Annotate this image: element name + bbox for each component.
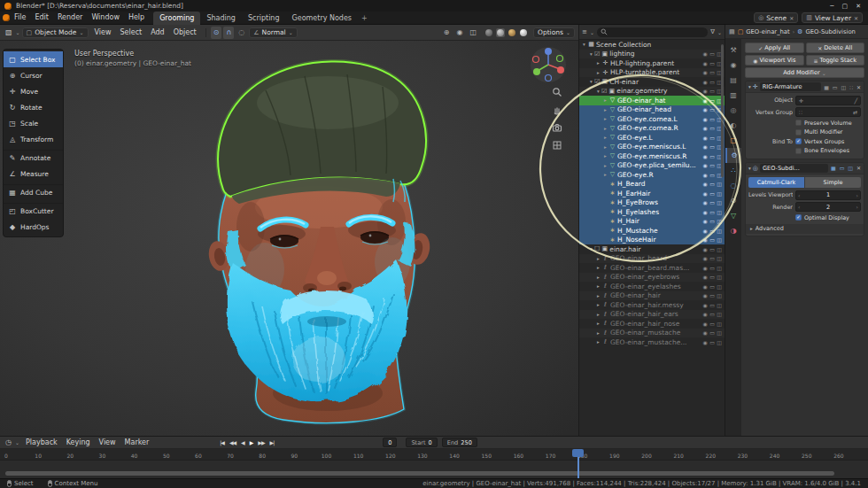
expand-icon[interactable]: ▾ bbox=[581, 42, 587, 47]
toggle-screen-icon[interactable]: ▭ bbox=[709, 199, 715, 205]
toggle-camera-icon[interactable]: ◫ bbox=[717, 321, 722, 327]
toggle-screen-icon[interactable]: ▭ bbox=[709, 255, 715, 261]
toggle-camera-icon[interactable]: ◫ bbox=[717, 228, 722, 234]
toggle-eye-icon[interactable]: ◉ bbox=[702, 283, 707, 290]
toggle-eye-icon[interactable]: ◉ bbox=[702, 79, 707, 85]
toggle-screen-icon[interactable]: ▭ bbox=[709, 60, 715, 66]
toggle-eye-icon[interactable]: ◉ bbox=[702, 181, 707, 187]
expand-icon[interactable]: ▾ bbox=[748, 166, 751, 171]
collection-checkbox[interactable]: ☑ bbox=[594, 50, 600, 58]
toggle-eye-icon[interactable]: ◉ bbox=[702, 50, 707, 57]
expand-icon[interactable]: ▾ bbox=[595, 89, 601, 94]
breadcrumb-modifier[interactable]: GEO-Subdivision bbox=[805, 28, 856, 35]
mode-selector[interactable]: ▢ Object Mode ⌄ bbox=[22, 27, 89, 38]
delete-all-button[interactable]: ✕ Delete All bbox=[806, 43, 865, 53]
expand-icon[interactable]: ▸ bbox=[595, 283, 601, 289]
properties-tab-particles[interactable]: ∴ bbox=[725, 163, 741, 178]
properties-tab-view-layer[interactable]: ▥ bbox=[725, 88, 741, 103]
menu-render[interactable]: Render bbox=[53, 12, 87, 24]
expand-icon[interactable]: ▸ bbox=[602, 172, 608, 177]
outliner-row-hlp-turntable-parent[interactable]: ▸✛HLP-turntable.parent◉▭◫ bbox=[579, 68, 725, 78]
toggle-eye-icon[interactable]: ◉ bbox=[702, 125, 707, 131]
filter-funnel-icon[interactable]: ∇ bbox=[710, 28, 715, 35]
toggle-eye-icon[interactable]: ◉ bbox=[702, 172, 707, 178]
breadcrumb-object[interactable]: GEO-einar_hat bbox=[746, 28, 789, 35]
properties-tab-constraints[interactable]: ⊘ bbox=[725, 193, 741, 208]
toggle-camera-icon[interactable]: ◫ bbox=[717, 265, 722, 271]
toggle-screen-icon[interactable]: ▭ bbox=[709, 311, 715, 317]
outliner-row-geo-einar-eyebrows[interactable]: ▸ℓGEO-einar_eyebrows◉▭◫ bbox=[579, 273, 725, 283]
toggle-eye-icon[interactable]: ◉ bbox=[702, 329, 707, 336]
toggle-screen-icon[interactable]: ▭ bbox=[709, 228, 715, 234]
outliner-row-h-eyebrows[interactable]: ∗H_EyeBrows◉▭◫ bbox=[579, 198, 725, 208]
properties-tab-object[interactable]: ▢ bbox=[725, 133, 741, 148]
toggle-screen-icon[interactable]: ▭ bbox=[709, 246, 715, 252]
advanced-panel-toggle[interactable]: ▸ Advanced bbox=[746, 224, 864, 234]
menu-file[interactable]: File bbox=[10, 12, 30, 24]
toggle-screen-icon[interactable]: ▭ bbox=[709, 181, 715, 187]
tool-boxcutter[interactable]: ◰BoxCutter bbox=[4, 203, 63, 219]
timeline-menu-marker[interactable]: Marker bbox=[120, 437, 154, 449]
snap-magnet-icon[interactable]: ∩ bbox=[223, 27, 234, 39]
toggle-screen-icon[interactable]: ▭ bbox=[709, 116, 715, 122]
toggle-screen-icon[interactable]: ▭ bbox=[709, 292, 715, 298]
toggle-screen-icon[interactable]: ▭ bbox=[709, 190, 715, 197]
play-button[interactable]: ▶ bbox=[247, 438, 256, 448]
outliner-row-ch-einar[interactable]: ▾☑▣CH-einar◉▭◫ bbox=[579, 77, 725, 87]
realtime-toggle-icon[interactable]: ▭ bbox=[832, 84, 839, 90]
shading-rendered-icon[interactable] bbox=[519, 28, 528, 37]
toggle-screen-icon[interactable]: ▭ bbox=[709, 274, 715, 280]
playhead-handle[interactable] bbox=[572, 449, 584, 457]
expand-icon[interactable]: ▸ bbox=[595, 293, 601, 298]
workspace-add-button[interactable]: + bbox=[358, 12, 371, 25]
outliner-row-geo-einar-hat[interactable]: ▸▽GEO-einar_hat◉▭◫ bbox=[579, 96, 725, 105]
tool-rotate[interactable]: ↻Rotate bbox=[4, 99, 63, 115]
scene-selector[interactable]: ◎ Scene ✕ bbox=[754, 12, 798, 23]
outliner-scrollbar[interactable] bbox=[721, 44, 724, 177]
tool-measure[interactable]: ∠Measure bbox=[4, 166, 63, 182]
view-layer-selector[interactable]: ▥ View Layer ✕ bbox=[802, 12, 863, 23]
toggle-screen-icon[interactable]: ▭ bbox=[709, 209, 715, 215]
outliner-row-einar-geometry[interactable]: ▾☑▣einar.geometry◉▭◫ bbox=[579, 87, 725, 97]
remove-view-layer-icon[interactable]: ✕ bbox=[854, 15, 858, 21]
toggle-camera-icon[interactable]: ◫ bbox=[717, 199, 722, 205]
timeline-tracks[interactable] bbox=[0, 461, 868, 478]
toggle-eye-icon[interactable]: ◉ bbox=[702, 302, 707, 308]
remove-modifier-icon[interactable]: ✕ bbox=[856, 165, 861, 171]
toggle-camera-icon[interactable]: ◫ bbox=[717, 329, 722, 336]
toolheader-menu-select[interactable]: Select bbox=[115, 27, 146, 39]
toggle-camera-icon[interactable]: ◫ bbox=[717, 181, 722, 187]
toggle-camera-icon[interactable]: ◫ bbox=[717, 274, 722, 280]
collection-checkbox[interactable]: ☑ bbox=[601, 88, 607, 95]
collection-checkbox[interactable]: ☐ bbox=[594, 245, 600, 252]
catmull-clark-button[interactable]: Catmull-Clark bbox=[748, 177, 804, 188]
toggle-eye-icon[interactable]: ◉ bbox=[702, 311, 707, 317]
render-toggle-icon[interactable]: ◫ bbox=[840, 84, 847, 90]
add-modifier-button[interactable]: Add Modifier ⌄ bbox=[745, 67, 864, 78]
play-reverse-button[interactable]: ◀ bbox=[238, 438, 247, 448]
expand-icon[interactable]: ▸ bbox=[602, 153, 608, 159]
shading-solid-icon[interactable] bbox=[496, 28, 505, 37]
toggle-screen-icon[interactable]: ▭ bbox=[709, 97, 715, 104]
toggle-eye-icon[interactable]: ◉ bbox=[702, 246, 707, 252]
expand-icon[interactable]: ▸ bbox=[595, 302, 601, 307]
toggle-eye-icon[interactable]: ◉ bbox=[702, 236, 707, 243]
render-levels-field[interactable]: ‹ 2 › bbox=[795, 202, 861, 212]
modifier-name-field[interactable]: GEO-Subdi... bbox=[760, 164, 828, 173]
modifier-header[interactable]: ▾ ◎ GEO-Subdi... ▦ ▭ ◫ ✕ bbox=[746, 163, 864, 174]
expand-icon[interactable]: ▸ bbox=[602, 163, 608, 168]
preserve-volume-checkbox[interactable]: Preserve Volume bbox=[795, 120, 861, 127]
tool-move[interactable]: ✛Move bbox=[4, 83, 63, 99]
realtime-toggle-icon[interactable]: ▭ bbox=[839, 165, 846, 171]
outliner-row-geo-einar-mustache[interactable]: ▸ℓGEO-einar_mustache...◉▭◫ bbox=[579, 337, 725, 347]
timeline-menu-playback[interactable]: Playback bbox=[21, 437, 62, 449]
toggle-eye-icon[interactable]: ◉ bbox=[702, 265, 707, 271]
toggle-screen-icon[interactable]: ▭ bbox=[709, 265, 715, 271]
tool-transform[interactable]: ◬Transform bbox=[4, 131, 63, 147]
menu-edit[interactable]: Edit bbox=[30, 12, 53, 24]
jump-to-start-button[interactable]: |◀ bbox=[217, 438, 227, 448]
properties-tab-tool[interactable]: ⚒ bbox=[725, 43, 741, 58]
toggle-screen-icon[interactable]: ▭ bbox=[709, 329, 715, 336]
outliner-row-geo-einar-beard-mas[interactable]: ▸ℓGEO-einar_beard.mas...◉▭◫ bbox=[579, 263, 725, 273]
toggle-eye-icon[interactable]: ◉ bbox=[702, 199, 707, 205]
